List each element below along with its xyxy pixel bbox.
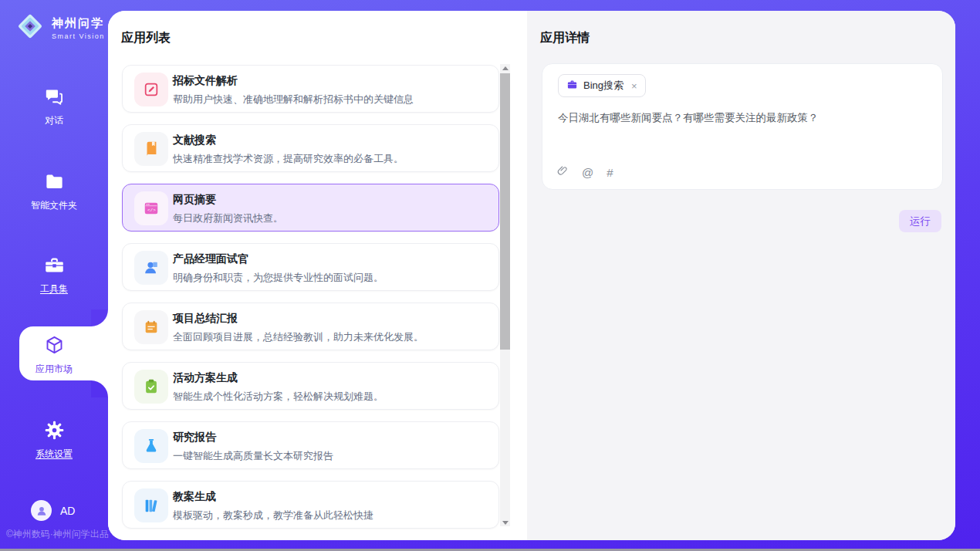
tool-tag-bing-search[interactable]: Bing搜索 × — [558, 74, 646, 97]
app-name: 活动方案生成 — [173, 371, 489, 385]
clipboard-check-icon — [134, 370, 168, 404]
mention-icon[interactable]: @ — [582, 166, 593, 179]
sidebar-item-smart-folder[interactable]: 智能文件夹 — [0, 171, 108, 212]
app-card-project-summary[interactable]: 项目总结汇报 全面回顾项目进展，总结经验教训，助力未来优化发展。 — [122, 303, 499, 350]
sidebar-item-chat[interactable]: 对话 — [0, 86, 108, 127]
person-icon — [134, 251, 168, 285]
app-name: 产品经理面试官 — [173, 252, 489, 266]
user-account[interactable]: AD — [31, 500, 75, 521]
app-name: 研究报告 — [173, 431, 489, 445]
app-card-pm-interviewer[interactable]: 产品经理面试官 明确身份和职责，为您提供专业性的面试问题。 — [122, 243, 499, 291]
document-edit-icon — [134, 73, 168, 106]
calendar-note-icon — [134, 310, 168, 344]
paperclip-icon[interactable] — [556, 164, 569, 180]
scrollbar-down-arrow-icon[interactable] — [500, 519, 510, 526]
sidebar-label-app-market: 应用市场 — [0, 363, 108, 376]
app-card-list: 招标文件解析 帮助用户快速、准确地理解和解析招标书中的关键信息 文献搜索 快速精… — [122, 65, 499, 540]
book-icon — [134, 132, 168, 166]
app-list-section: 应用列表 招标文件解析 帮助用户快速、准确地理解和解析招标书中的关键信息 — [108, 11, 527, 540]
cube-icon — [44, 345, 65, 358]
folder-icon — [44, 181, 65, 194]
brand-logo: 神州问学 Smart Vision — [14, 10, 105, 46]
scrollbar-thumb[interactable] — [500, 73, 510, 350]
browser-code-icon: </> — [134, 191, 168, 225]
user-avatar-icon — [31, 500, 52, 521]
app-name: 教案生成 — [173, 490, 489, 504]
svg-text:</>: </> — [147, 208, 156, 213]
scrollbar-up-arrow-icon[interactable] — [500, 64, 510, 72]
app-name: 项目总结汇报 — [173, 312, 489, 326]
sidebar: 神州问学 Smart Vision 对话 智能文件夹 — [0, 0, 108, 551]
chat-icon — [44, 96, 65, 110]
sidebar-item-settings[interactable]: 系统设置 — [0, 420, 108, 461]
app-desc: 快速精准查找学术资源，提高研究效率的必备工具。 — [173, 152, 489, 166]
diamond-logo-icon — [14, 10, 46, 46]
app-name: 网页摘要 — [173, 193, 489, 207]
app-desc: 智能生成个性化活动方案，轻松解决规划难题。 — [173, 390, 489, 404]
tag-close-icon[interactable]: × — [631, 80, 637, 92]
main-panel: 应用列表 招标文件解析 帮助用户快速、准确地理解和解析招标书中的关键信息 — [108, 11, 955, 540]
app-card-literature-search[interactable]: 文献搜索 快速精准查找学术资源，提高研究效率的必备工具。 — [122, 124, 499, 172]
input-action-row: @ # — [556, 164, 613, 180]
app-desc: 帮助用户快速、准确地理解和解析招标书中的关键信息 — [173, 93, 489, 106]
brand-name: 神州问学 — [52, 16, 105, 31]
app-detail-section: 应用详情 Bing搜索 × 今日湖北有哪些新闻要点？有哪些需要关注的最新政策？ — [527, 11, 955, 540]
app-desc: 全面回顾项目进展，总结经验教训，助力未来优化发展。 — [173, 330, 489, 344]
gear-icon — [44, 430, 65, 443]
books-icon — [134, 488, 168, 522]
app-desc: 每日政府新闻资讯快查。 — [173, 211, 489, 225]
app-name: 文献搜索 — [173, 134, 489, 147]
sidebar-label-toolset: 工具集 — [0, 282, 108, 296]
user-name: AD — [60, 505, 75, 517]
app-desc: 明确身份和职责，为您提供专业性的面试问题。 — [173, 271, 489, 285]
toolbox-icon — [44, 265, 65, 278]
app-list-title: 应用列表 — [121, 30, 171, 46]
app-card-lesson-plan[interactable]: 教案生成 模板驱动，教案秒成，教学准备从此轻松快捷 — [122, 481, 499, 529]
sidebar-label-settings: 系统设置 — [0, 448, 108, 461]
app-card-web-summary[interactable]: </> 网页摘要 每日政府新闻资讯快查。 — [122, 184, 499, 232]
flask-icon — [134, 429, 168, 463]
app-desc: 模板驱动，教案秒成，教学准备从此轻松快捷 — [173, 509, 489, 522]
briefcase-icon — [566, 79, 578, 93]
brand-tagline: Smart Vision — [52, 32, 105, 40]
prompt-card: Bing搜索 × 今日湖北有哪些新闻要点？有哪些需要关注的最新政策？ @ # — [542, 63, 943, 190]
query-input[interactable]: 今日湖北有哪些新闻要点？有哪些需要关注的最新政策？ — [558, 110, 927, 126]
sidebar-item-toolset[interactable]: 工具集 — [0, 255, 108, 296]
app-list-scrollbar[interactable] — [500, 64, 510, 526]
app-card-event-plan[interactable]: 活动方案生成 智能生成个性化活动方案，轻松解决规划难题。 — [122, 362, 499, 410]
app-name: 招标文件解析 — [173, 74, 489, 88]
topic-hash-icon[interactable]: # — [607, 166, 613, 179]
app-card-bid-document-parse[interactable]: 招标文件解析 帮助用户快速、准确地理解和解析招标书中的关键信息 — [122, 65, 499, 113]
bubble-curve-bottom — [91, 380, 108, 397]
app-detail-title: 应用详情 — [540, 30, 590, 46]
sidebar-label-smart-folder: 智能文件夹 — [0, 199, 108, 212]
sidebar-item-app-market[interactable]: 应用市场 — [0, 335, 108, 376]
tool-tag-label: Bing搜索 — [583, 79, 623, 93]
run-button[interactable]: 运行 — [899, 210, 941, 232]
app-card-research-report[interactable]: 研究报告 一键智能生成高质量长文本研究报告 — [122, 421, 499, 469]
app-desc: 一键智能生成高质量长文本研究报告 — [173, 449, 489, 463]
bubble-curve-top — [91, 309, 108, 326]
sidebar-label-chat: 对话 — [0, 114, 108, 127]
